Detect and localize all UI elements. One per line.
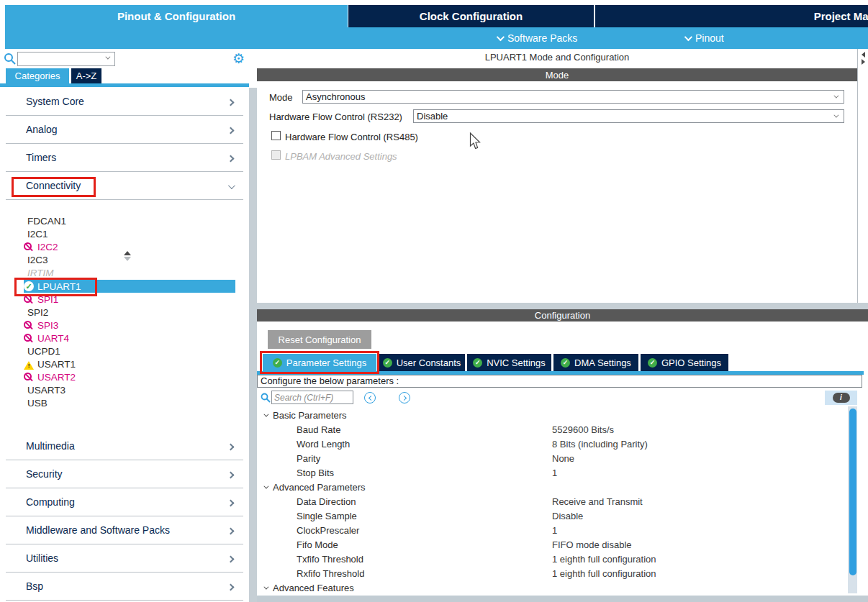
category-label: Analog: [26, 124, 58, 135]
param-row[interactable]: Single Sample Disable: [257, 508, 847, 523]
ok-circle-icon: ✓: [383, 358, 392, 368]
search-next-button[interactable]: [399, 392, 410, 403]
peripheral-ucpd1[interactable]: UCPD1: [0, 345, 249, 357]
sidebar-item-analog[interactable]: Analog: [6, 116, 243, 144]
tab-dma-settings[interactable]: ✓ DMA Settings: [553, 354, 638, 371]
tab-nvic-settings[interactable]: ✓ NVIC Settings: [467, 354, 551, 371]
param-row[interactable]: Baud Rate 5529600 Bits/s: [257, 422, 847, 437]
section-label: Basic Parameters: [273, 410, 347, 421]
tab-label: User Constants: [397, 357, 461, 368]
ok-circle-icon: ✓: [273, 358, 282, 368]
sidebar-scrollbar[interactable]: [249, 88, 257, 602]
search-prev-button[interactable]: [364, 392, 376, 403]
param-value: 5529600 Bits/s: [552, 424, 614, 435]
flow-control-value: Disable: [417, 111, 448, 122]
param-value: None: [552, 453, 574, 464]
peripheral-i2c2[interactable]: I2C2: [0, 240, 249, 253]
peripheral-spi3[interactable]: SPI3: [0, 319, 249, 332]
flow-control-label: Hardware Flow Control (RS232): [269, 111, 402, 122]
param-row[interactable]: Data Direction Receive and Transmit: [257, 494, 847, 508]
check-circle-icon: ✓: [24, 281, 34, 291]
mode-value: Asynchronous: [306, 91, 365, 102]
reset-configuration-button[interactable]: Reset Configuration: [268, 330, 371, 349]
peripheral-i2c3[interactable]: I2C3: [0, 253, 249, 266]
param-name: Data Direction: [297, 496, 552, 507]
tab-label: DMA Settings: [574, 357, 631, 368]
subnav-software-packs[interactable]: Software Packs: [497, 27, 577, 49]
tab-label: Project Manager: [814, 10, 868, 22]
params-scrollbar-thumb[interactable]: [849, 409, 856, 575]
sidebar-tab-categories[interactable]: Categories: [6, 68, 69, 83]
param-section-row[interactable]: Advanced Features: [257, 580, 847, 595]
param-row[interactable]: Rxfifo Threshold 1 eighth full configura…: [257, 566, 847, 580]
collapse-left-icon: [862, 52, 865, 58]
sidebar-tab-a-z[interactable]: A->Z: [71, 68, 101, 83]
param-value: FIFO mode disable: [552, 539, 632, 550]
tab-pinout-configuration[interactable]: Pinout & Configuration: [5, 5, 348, 27]
peripheral-irtim: IRTIM: [0, 266, 249, 279]
peripheral-filter-select[interactable]: [17, 52, 115, 66]
peripheral-usart1[interactable]: ! USART1: [0, 357, 249, 370]
param-name: Fifo Mode: [297, 539, 552, 550]
param-row[interactable]: Parity None: [257, 451, 847, 465]
tab-gpio-settings[interactable]: ✓ GPIO Settings: [641, 354, 728, 371]
chevron-right-icon: [227, 127, 235, 134]
chevron-right-icon: [227, 500, 235, 507]
mode-select[interactable]: Asynchronous: [302, 90, 844, 104]
tab-clock-configuration[interactable]: Clock Configuration: [348, 5, 594, 27]
search-icon: [4, 53, 16, 65]
peripheral-spi2[interactable]: SPI2: [0, 306, 249, 319]
param-row[interactable]: Fifo Mode FIFO mode disable: [257, 537, 847, 552]
sidebar-item-security[interactable]: Security: [6, 460, 243, 488]
tab-parameter-settings[interactable]: ✓ Parameter Settings: [263, 354, 376, 371]
sidebar-item-computing[interactable]: Computing: [6, 488, 243, 516]
horizontal-splitter[interactable]: [249, 303, 868, 309]
sidebar-item-utilities[interactable]: Utilities: [6, 544, 243, 573]
param-section-row[interactable]: Advanced Parameters: [257, 480, 847, 494]
peripheral-i2c1[interactable]: I2C1: [0, 227, 249, 240]
param-value: 1: [552, 468, 557, 478]
category-label: Connectivity: [26, 180, 81, 191]
peripheral-fdcan1[interactable]: FDCAN1: [0, 214, 249, 227]
tab-user-constants[interactable]: ✓ User Constants: [379, 354, 465, 371]
param-value: Receive and Transmit: [552, 496, 643, 507]
peripheral-label: SPI2: [27, 307, 48, 318]
param-row[interactable]: Txfifo Threshold 1 eighth full configura…: [257, 552, 847, 566]
peripheral-label: UCPD1: [27, 346, 60, 357]
gear-icon[interactable]: ⚙: [232, 49, 245, 68]
mode-section-header: Mode: [257, 68, 857, 81]
peripheral-usart2[interactable]: USART2: [0, 370, 249, 383]
sidebar-item-timers[interactable]: Timers: [6, 144, 243, 172]
info-icon[interactable]: i: [833, 393, 850, 403]
params-scrollbar-track[interactable]: [848, 406, 857, 593]
tab-project-manager[interactable]: Project Manager: [595, 5, 868, 27]
parameter-search-input[interactable]: [271, 391, 353, 404]
peripheral-label: SPI1: [37, 294, 58, 305]
param-section-row[interactable]: Basic Parameters: [257, 408, 847, 422]
no-entry-icon: [24, 373, 32, 380]
config-section-header: Configuration: [257, 309, 868, 321]
peripheral-uart4[interactable]: UART4: [0, 332, 249, 345]
param-row[interactable]: Stop Bits 1: [257, 465, 847, 480]
param-name: Rxfifo Threshold: [297, 568, 552, 579]
sidebar-item-bsp[interactable]: Bsp: [6, 573, 243, 601]
peripheral-lpuart1[interactable]: ✓ LPUART1: [0, 280, 249, 293]
sidebar-item-middleware[interactable]: Middleware and Software Packs: [6, 516, 243, 544]
subnav-pinout[interactable]: Pinout: [684, 27, 724, 49]
peripheral-usart3[interactable]: USART3: [0, 383, 249, 396]
sidebar-item-connectivity[interactable]: Connectivity: [6, 172, 243, 200]
params-horizontal-scrollbar[interactable]: [257, 596, 868, 602]
sidebar-item-system-core[interactable]: System Core: [6, 88, 243, 116]
category-label: Multimedia: [26, 440, 75, 452]
param-row[interactable]: Word Length 8 Bits (including Parity): [257, 437, 847, 451]
panel-collapse-handle[interactable]: [857, 49, 868, 303]
flow-control-select[interactable]: Disable: [413, 109, 844, 123]
param-row[interactable]: ClockPrescaler 1: [257, 523, 847, 537]
tab-label: Parameter Settings: [286, 357, 366, 368]
sidebar-tab-underline: [0, 83, 249, 87]
peripheral-usb[interactable]: USB: [0, 396, 249, 409]
peripheral-label: I2C3: [27, 255, 48, 265]
sidebar-item-multimedia[interactable]: Multimedia: [6, 432, 243, 460]
peripheral-spi1[interactable]: SPI1: [0, 293, 249, 306]
rs485-checkbox[interactable]: [271, 131, 281, 140]
